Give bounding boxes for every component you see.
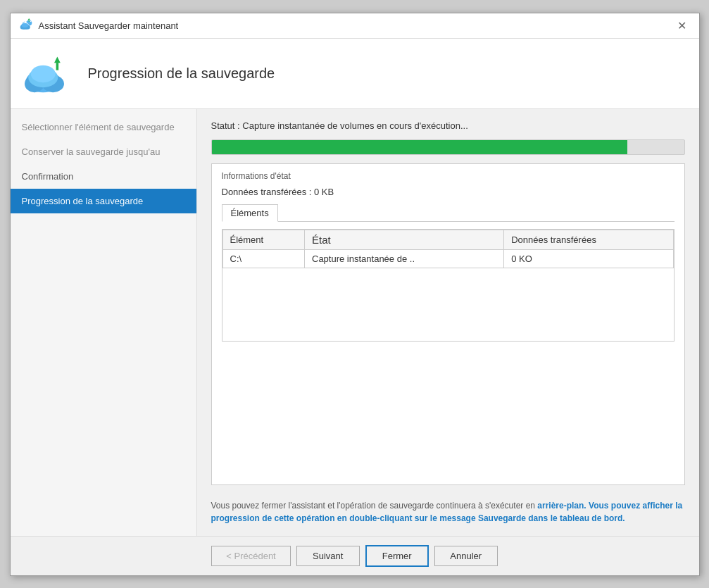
footer-note: Vous pouvez fermer l'assistant et l'opér…: [211, 499, 685, 525]
progress-bar-container: [211, 139, 685, 155]
table-row: C:\ Capture instantanée de .. 0 KO: [222, 249, 673, 268]
progress-bar-fill: [212, 140, 627, 154]
tab-elements[interactable]: Éléments: [222, 204, 278, 222]
status-text: Capture instantanée de volumes en cours …: [242, 120, 468, 131]
close-window-button[interactable]: ✕: [674, 17, 691, 34]
elements-table: Élément État Données transférées C:\ Cap…: [222, 230, 674, 268]
title-bar-title: Assistant Sauvegarder maintenant: [39, 20, 179, 31]
close-button[interactable]: Fermer: [365, 545, 429, 567]
dialog-window: Assistant Sauvegarder maintenant ✕ Progr…: [10, 13, 700, 576]
main-content: Statut : Capture instantanée de volumes …: [197, 109, 699, 536]
cell-element: C:\: [222, 249, 305, 268]
col-header-donnees: Données transférées: [504, 230, 673, 249]
button-bar: < Précédent Suivant Fermer Annuler: [11, 536, 699, 575]
sidebar-item-progression[interactable]: Progression de la sauvegarde: [11, 189, 196, 213]
next-button[interactable]: Suivant: [296, 546, 360, 566]
sidebar: Sélectionner l'élément de sauvegarde Con…: [11, 109, 197, 536]
cell-etat: Capture instantanée de ..: [305, 249, 504, 268]
footer-note-bold: arrière-plan. Vous pouvez afficher la pr…: [211, 501, 683, 523]
page-title: Progression de la sauvegarde: [88, 65, 275, 82]
table-wrapper: Élément État Données transférées C:\ Cap…: [222, 229, 675, 342]
header-area: Progression de la sauvegarde: [11, 39, 699, 109]
svg-marker-4: [27, 18, 30, 20]
svg-marker-11: [54, 56, 61, 63]
title-bar: Assistant Sauvegarder maintenant ✕: [11, 13, 699, 39]
data-transferred: Données transférées : 0 KB: [222, 187, 675, 197]
col-header-element: Élément: [222, 230, 305, 249]
sidebar-item-confirmation: Confirmation: [11, 164, 196, 189]
content-area: Sélectionner l'élément de sauvegarde Con…: [11, 109, 699, 536]
svg-point-10: [30, 65, 55, 83]
tab-bar: Éléments: [222, 204, 675, 222]
cell-donnees: 0 KO: [504, 249, 673, 268]
info-box: Informations d'état Données transférées …: [211, 163, 685, 485]
cloud-backup-icon: [19, 18, 33, 32]
info-box-title: Informations d'état: [222, 171, 675, 181]
status-line: Statut : Capture instantanée de volumes …: [211, 120, 685, 131]
svg-rect-5: [28, 20, 29, 23]
sidebar-item-select-element: Sélectionner l'élément de sauvegarde: [11, 115, 196, 139]
svg-rect-12: [56, 63, 58, 70]
sidebar-item-keep-until: Conserver la sauvegarde jusqu'au: [11, 139, 196, 164]
header-cloud-icon: [25, 49, 74, 98]
title-bar-left: Assistant Sauvegarder maintenant: [19, 18, 179, 32]
status-label: Statut :: [211, 120, 240, 131]
col-header-etat: État: [305, 230, 504, 249]
previous-button[interactable]: < Précédent: [211, 546, 290, 566]
cancel-button[interactable]: Annuler: [434, 546, 498, 566]
